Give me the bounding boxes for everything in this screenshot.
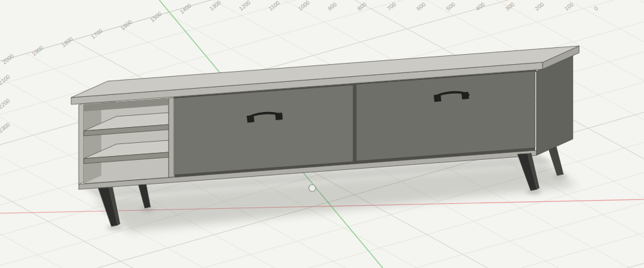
- handle-plate-icon: [247, 115, 254, 123]
- drawer-front-left[interactable]: [174, 85, 353, 175]
- leg-shadow: [526, 190, 541, 194]
- right-side-panel[interactable]: [536, 55, 573, 155]
- drawer-front-right[interactable]: [356, 71, 535, 161]
- grid-line: [0, 220, 644, 268]
- grid-line: [0, 0, 644, 30]
- cad-viewport[interactable]: 2000190018001700160015001400130012001100…: [0, 0, 644, 268]
- handle-plate-icon: [461, 92, 469, 99]
- divider-panel-edge[interactable]: [169, 98, 174, 177]
- grid-line: [0, 252, 644, 268]
- handle-plate-icon: [434, 94, 441, 102]
- leg-shadow: [140, 208, 154, 211]
- grid-line: [0, 213, 644, 268]
- grid-line: [0, 250, 644, 268]
- handle-plate-icon: [275, 113, 283, 120]
- origin-marker[interactable]: [309, 185, 316, 192]
- viewport-canvas[interactable]: [0, 0, 644, 268]
- grid-line: [0, 0, 644, 4]
- leg-shadow: [106, 226, 123, 230]
